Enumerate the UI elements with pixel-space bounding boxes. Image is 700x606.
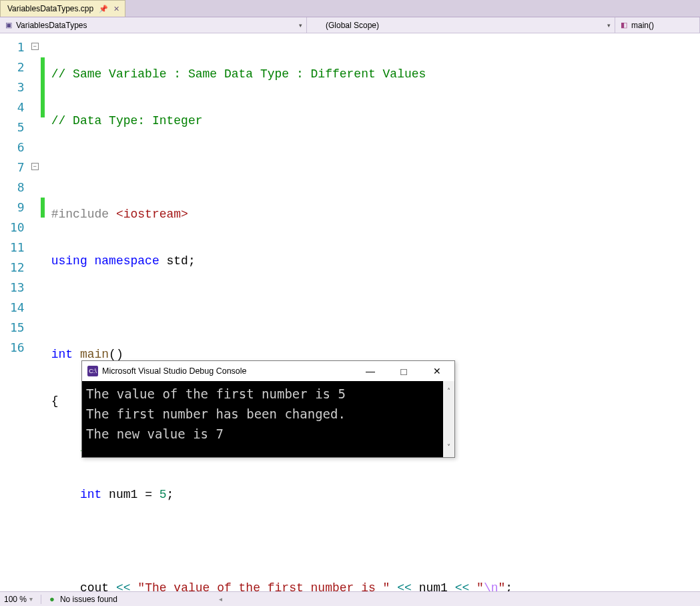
console-title-text: Microsoft Visual Studio Debug Console xyxy=(102,366,247,376)
console-output: The value of the first number is 5The fi… xyxy=(82,381,454,457)
check-icon: ● xyxy=(49,594,55,604)
console-app-icon: C:\ xyxy=(87,366,98,376)
scope-label: (Global Scope) xyxy=(326,21,379,30)
console-titlebar[interactable]: C:\ Microsoft Visual Studio Debug Consol… xyxy=(82,361,454,381)
tab-bar: VariablesDataTypes.cpp 📌 ✕ xyxy=(0,0,700,17)
project-icon: ▣ xyxy=(4,21,13,30)
project-combo[interactable]: ▣ VariablesDataTypes ▾ xyxy=(0,17,307,33)
chevron-down-icon: ▾ xyxy=(299,22,302,29)
code-area[interactable]: // Same Variable : Same Data Type : Diff… xyxy=(51,33,700,591)
zoom-label: 100 % xyxy=(4,595,27,604)
status-bar: 100 % ▾ ● No issues found ◂ xyxy=(0,591,700,606)
project-label: VariablesDataTypes xyxy=(16,21,87,30)
change-bar xyxy=(41,57,45,77)
code-editor[interactable]: 1234 5678 9101112 13141516 − − // Same V… xyxy=(0,33,700,591)
method-icon: ◧ xyxy=(619,21,629,30)
outline-collapse-icon[interactable]: − xyxy=(31,43,39,50)
close-button[interactable]: ✕ xyxy=(422,366,452,376)
scroll-down-icon[interactable]: ˅ xyxy=(447,437,450,457)
chevron-down-icon: ▾ xyxy=(29,595,33,603)
pin-icon[interactable]: 📌 xyxy=(99,5,108,13)
line-number-gutter: 1234 5678 9101112 13141516 xyxy=(0,33,31,591)
change-bar xyxy=(41,77,45,97)
nav-bar: ▣ VariablesDataTypes ▾ (Global Scope) ▾ … xyxy=(0,17,700,33)
close-icon[interactable]: ✕ xyxy=(113,5,119,13)
maximize-button[interactable] xyxy=(389,366,418,377)
chevron-down-icon: ▾ xyxy=(607,22,611,29)
splitter-handle-icon[interactable]: ◂ xyxy=(219,595,222,603)
console-scrollbar[interactable]: ˄ ˅ xyxy=(443,381,454,457)
scope-combo[interactable]: (Global Scope) ▾ xyxy=(307,17,615,33)
editor-margin: − − xyxy=(31,33,51,591)
scroll-up-icon[interactable]: ˄ xyxy=(447,381,450,401)
minimize-button[interactable]: — xyxy=(356,366,385,376)
file-tab-label: VariablesDataTypes.cpp xyxy=(7,4,93,13)
file-tab[interactable]: VariablesDataTypes.cpp 📌 ✕ xyxy=(0,0,125,17)
zoom-combo[interactable]: 100 % ▾ xyxy=(4,595,33,604)
outline-collapse-icon[interactable]: − xyxy=(31,163,39,170)
issues-label: No issues found xyxy=(60,595,117,604)
member-combo[interactable]: ◧ main() xyxy=(615,17,700,33)
change-bar xyxy=(41,198,45,218)
change-bar xyxy=(41,97,45,117)
debug-console-window[interactable]: C:\ Microsoft Visual Studio Debug Consol… xyxy=(81,360,455,458)
member-label: main() xyxy=(631,21,654,30)
